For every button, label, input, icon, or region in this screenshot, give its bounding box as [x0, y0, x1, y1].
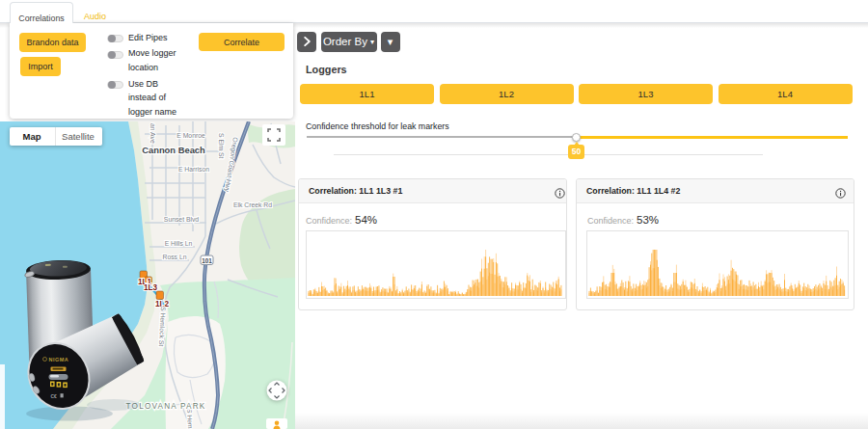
- svg-text:NIGMA: NIGMA: [49, 357, 69, 362]
- svg-text:Elk Creek Rd: Elk Creek Rd: [233, 201, 272, 208]
- svg-text:E Harrison: E Harrison: [178, 166, 209, 173]
- svg-text:Satellite: Satellite: [62, 131, 95, 142]
- svg-text:S Hem: S Hem: [186, 409, 194, 429]
- svg-text:S Elm St: S Elm St: [218, 133, 225, 159]
- svg-text:Cannon Beach: Cannon Beach: [142, 145, 205, 155]
- svg-text:S Hemlock St: S Hemlock St: [158, 307, 167, 347]
- svg-text:C€: C€: [51, 393, 58, 399]
- svg-text:an Ave: an Ave: [149, 123, 156, 144]
- svg-text:E Hills Ln: E Hills Ln: [165, 240, 193, 247]
- svg-text:101: 101: [202, 257, 212, 264]
- svg-text:1L3: 1L3: [144, 283, 158, 292]
- svg-text:Map: Map: [23, 131, 41, 142]
- svg-text:E Monroe: E Monroe: [176, 132, 205, 139]
- svg-text:Sunset Blvd: Sunset Blvd: [164, 216, 199, 223]
- svg-text:Ross Ln: Ross Ln: [163, 254, 187, 260]
